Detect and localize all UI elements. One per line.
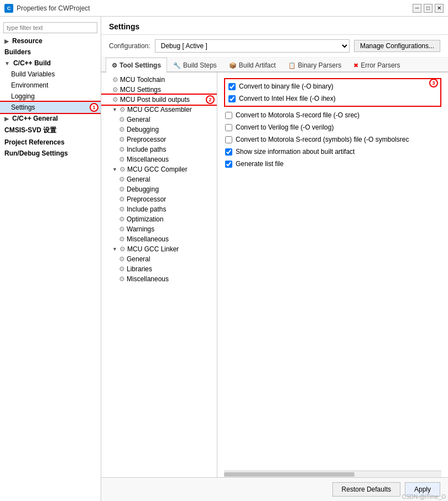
gear-icon: ⚙ xyxy=(119,215,125,223)
tree-item-label: Optimization xyxy=(127,215,164,223)
error-parsers-icon: ✖ xyxy=(353,62,358,69)
badge-2: 2 xyxy=(206,95,215,104)
gear-icon: ⚙ xyxy=(119,126,125,133)
tree-item-mcu-toolchain[interactable]: ⚙ MCU Toolchain xyxy=(101,75,217,85)
checkbox-convert-ihex[interactable] xyxy=(228,95,236,102)
expand-icon: ▶ xyxy=(4,116,9,122)
checkbox-convert-srec-symbols[interactable] xyxy=(225,136,232,143)
tree-item-ld-libraries[interactable]: ⚙ Libraries xyxy=(101,264,217,274)
checkbox-generate-list[interactable] xyxy=(225,161,232,168)
tab-build-artifact[interactable]: 📦 Build Artifact xyxy=(223,58,282,73)
config-select[interactable]: Debug [ Active ] xyxy=(155,39,350,53)
option-label: Convert to Motorola S-record file (-O sr… xyxy=(236,111,360,119)
tabs-bar: ⚙ Tool Settings 🔧 Build Steps 📦 Build Ar… xyxy=(101,58,448,73)
tab-build-steps[interactable]: 🔧 Build Steps xyxy=(167,58,223,73)
tree-item-label: Miscellaneous xyxy=(127,275,169,283)
tree-item-cc-optimization[interactable]: ⚙ Optimization xyxy=(101,214,217,224)
sidebar-item-label: Resource xyxy=(12,37,43,45)
sidebar-item-logging[interactable]: Logging xyxy=(0,91,101,102)
tree-item-cc-debugging[interactable]: ⚙ Debugging xyxy=(101,184,217,194)
tree-item-label: Miscellaneous xyxy=(127,156,169,163)
sidebar-item-label: Build Variables xyxy=(11,70,55,78)
tree-item-label: MCU Post build outputs xyxy=(120,96,190,104)
option-label: Convert to binary file (-O binary) xyxy=(239,82,334,90)
gear-icon: ⚙ xyxy=(119,255,125,263)
config-label: Configuration: xyxy=(109,42,150,50)
sidebar-item-settings[interactable]: Settings 1 xyxy=(0,102,101,113)
tree-item-cc-general[interactable]: ⚙ General xyxy=(101,174,217,184)
badge-1: 1 xyxy=(90,103,98,112)
sidebar-item-label: Settings xyxy=(11,104,35,111)
tab-binary-parsers[interactable]: 📋 Binary Parsers xyxy=(282,58,348,73)
sidebar-item-cpp-general[interactable]: ▶ C/C++ General xyxy=(0,113,101,124)
tree-item-asm-debugging[interactable]: ⚙ Debugging xyxy=(101,125,217,135)
tree-item-asm-miscellaneous[interactable]: ⚙ Miscellaneous xyxy=(101,154,217,164)
checkbox-convert-verilog[interactable] xyxy=(225,124,232,131)
settings-title: Settings xyxy=(101,17,448,35)
gear-icon: ⚙ xyxy=(119,106,126,113)
tree-item-label: Preprocessor xyxy=(127,136,166,143)
tree-item-asm-preprocessor[interactable]: ⚙ Preprocessor xyxy=(101,135,217,144)
sidebar-item-builders[interactable]: Builders xyxy=(0,47,101,58)
title-bar: C Properties for CWProject ─ □ ✕ xyxy=(0,0,448,17)
tree-item-cc-warnings[interactable]: ⚙ Warnings xyxy=(101,224,217,234)
tree-item-mcu-post-build[interactable]: ⚙ MCU Post build outputs 2 xyxy=(101,95,217,105)
expand-icon: ▼ xyxy=(112,246,118,252)
option-label: Convert to Motorola S-record (symbols) f… xyxy=(236,136,409,143)
tab-tool-settings[interactable]: ⚙ Tool Settings xyxy=(106,58,167,73)
settings-panel: 3 Convert to binary file (-O binary) Con… xyxy=(217,73,448,471)
gear-icon: ⚙ xyxy=(119,146,125,153)
title-bar-left: C Properties for CWProject xyxy=(4,4,90,13)
tree-item-label: Libraries xyxy=(127,265,152,273)
tab-error-parsers[interactable]: ✖ Error Parsers xyxy=(347,58,406,73)
tree-item-label: MCU Settings xyxy=(120,86,161,94)
tree-item-cc-preprocessor[interactable]: ⚙ Preprocessor xyxy=(101,194,217,204)
minimize-button[interactable]: ─ xyxy=(413,4,421,13)
build-artifact-icon: 📦 xyxy=(229,62,237,69)
tree-item-asm-general[interactable]: ⚙ General xyxy=(101,115,217,125)
tree-item-ld-general[interactable]: ⚙ General xyxy=(101,254,217,264)
tree-item-cc-include-paths[interactable]: ⚙ Include paths xyxy=(101,204,217,214)
option-convert-binary: Convert to binary file (-O binary) xyxy=(227,80,438,92)
sidebar-item-label: CMSIS-SVD 设置 xyxy=(4,126,56,135)
option-label: Convert to Intel Hex file (-O ihex) xyxy=(239,95,336,102)
window-controls[interactable]: ─ □ ✕ xyxy=(413,4,444,13)
gear-icon: ⚙ xyxy=(119,185,125,193)
sidebar-item-cmsis-svd[interactable]: CMSIS-SVD 设置 xyxy=(0,124,101,137)
tree-item-asm-include-paths[interactable]: ⚙ Include paths xyxy=(101,144,217,154)
sidebar: ▶ Resource Builders ▼ C/C++ Build Build … xyxy=(0,17,101,501)
expand-icon: ▼ xyxy=(112,167,118,172)
tree-item-label: Debugging xyxy=(127,126,159,133)
filter-input[interactable] xyxy=(3,22,97,33)
restore-defaults-button[interactable]: Restore Defaults xyxy=(332,482,400,497)
close-button[interactable]: ✕ xyxy=(435,4,444,13)
option-show-size: Show size information about built artifa… xyxy=(224,146,441,158)
window-title: Properties for CWProject xyxy=(17,4,90,12)
sidebar-item-cpp-build[interactable]: ▼ C/C++ Build xyxy=(0,58,101,69)
tab-content: ⚙ MCU Toolchain ⚙ MCU Settings ⚙ MCU Pos… xyxy=(101,73,448,477)
tree-item-mcu-settings[interactable]: ⚙ MCU Settings xyxy=(101,85,217,95)
tree-item-mcu-gcc-linker[interactable]: ▼ ⚙ MCU GCC Linker xyxy=(101,244,217,254)
sidebar-item-run-debug[interactable]: Run/Debug Settings xyxy=(0,148,101,159)
manage-configurations-button[interactable]: Manage Configurations... xyxy=(354,40,440,52)
tree-item-label: Debugging xyxy=(127,185,159,193)
horizontal-scrollbar[interactable] xyxy=(224,471,441,477)
sidebar-item-resource[interactable]: ▶ Resource xyxy=(0,35,101,47)
sidebar-item-label: Logging xyxy=(11,92,35,100)
sidebar-item-environment[interactable]: Environment xyxy=(0,80,101,91)
build-steps-icon: 🔧 xyxy=(173,62,181,69)
tree-item-mcu-gcc-compiler[interactable]: ▼ ⚙ MCU GCC Compiler xyxy=(101,164,217,174)
tab-label: Error Parsers xyxy=(361,61,400,69)
expand-icon: ▶ xyxy=(4,38,9,44)
tree-item-mcu-gcc-assembler[interactable]: ▼ ⚙ MCU GCC Assembler xyxy=(101,105,217,115)
checkbox-convert-srec[interactable] xyxy=(225,112,232,119)
scrollbar-thumb xyxy=(224,472,355,477)
tree-item-ld-miscellaneous[interactable]: ⚙ Miscellaneous xyxy=(101,274,217,284)
checkbox-convert-binary[interactable] xyxy=(228,83,236,90)
tree-item-cc-miscellaneous[interactable]: ⚙ Miscellaneous xyxy=(101,234,217,244)
sidebar-item-build-variables[interactable]: Build Variables xyxy=(0,69,101,80)
maximize-button[interactable]: □ xyxy=(424,4,433,13)
checkbox-show-size[interactable] xyxy=(225,148,232,156)
sidebar-item-project-references[interactable]: Project References xyxy=(0,137,101,148)
option-convert-srec: Convert to Motorola S-record file (-O sr… xyxy=(224,109,441,121)
